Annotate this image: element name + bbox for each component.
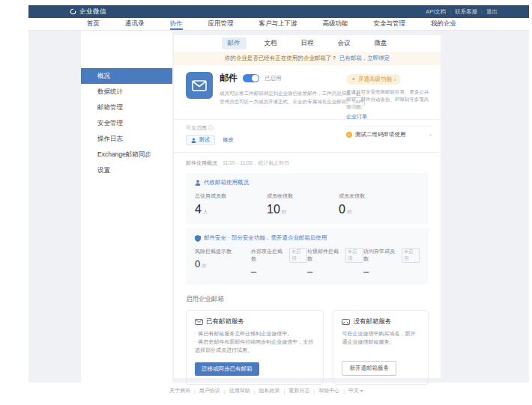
sidebar-item-statistics[interactable]: 数据统计 <box>81 84 172 100</box>
stat-mails-received: 成员收信数 10封 <box>267 192 339 216</box>
tab-docs[interactable]: 文档 <box>259 37 283 49</box>
info-icon: ⓘ <box>208 124 214 132</box>
nav-item-contacts[interactable]: 通讯录 <box>125 18 145 30</box>
stat-risk-alerts: 风险拦截提示数 0次 <box>195 248 251 277</box>
divider: | <box>284 389 285 394</box>
person-icon <box>195 180 201 186</box>
footer: 关于腾讯 | 用户协议 | 使用帮助 | 隐私政策 | 更新日志 | 帮助中心 … <box>0 387 532 395</box>
nav-item-collaboration[interactable]: 协作 <box>170 18 183 30</box>
envelope-icon <box>195 319 203 325</box>
premium-promo: ✦ 开通高级功能 › 开通后可享受无限邮箱容量、更多公共邮箱、邮件自动备份、IP… <box>346 70 432 138</box>
box-description: 可在企业微信中购买域名，新开通企业微信邮箱服务。 <box>342 330 420 347</box>
notice-bind-link[interactable]: 已有邮箱，立即绑定 <box>339 55 390 62</box>
sidebar: 概况 数据统计 邮箱管理 安全管理 操作日志 Exchange邮箱同步 设置 <box>81 31 172 383</box>
footer-link-help[interactable]: 使用帮助 <box>229 387 250 395</box>
stat-external-attacks: 外部攻击拦截数未启用 – <box>251 248 307 277</box>
tab-wedrive[interactable]: 微盘 <box>369 37 393 49</box>
topbar: 企业微信 API文档 | 联系客服 | 退出 <box>28 5 529 18</box>
sidebar-item-security-management[interactable]: 安全管理 <box>81 115 172 131</box>
topbar-link-logout[interactable]: 退出 <box>486 8 498 16</box>
chevron-right-icon: › <box>394 76 396 83</box>
delegated-mailbox-usage-card: 代收邮箱使用概况 总使用成员数 4人 成员收信数 10封 成员发信数 0封 <box>186 173 429 224</box>
main-card: 邮件 文档 日程 会议 微盘 你的企业是否已经有正在使用的企业邮箱了？ 已有邮箱… <box>174 35 441 378</box>
nav-item-my-company[interactable]: 我的企业 <box>431 18 456 30</box>
tab-meeting[interactable]: 会议 <box>332 37 357 49</box>
stat-total-members: 总使用成员数 4人 <box>195 192 267 216</box>
language-selector[interactable]: 中文 ▾ <box>348 387 363 395</box>
box-description: 将已有邮箱服务立即迁移到企业微信中。 将历史邮件和新邮件持续同步到企业微信中，支… <box>195 330 315 355</box>
divider: | <box>254 389 256 394</box>
enable-mailbox-section: 启用企业邮箱 已有邮箱服务 将已有邮箱服务立即迁移到企业微信中。 将历 <box>174 284 441 385</box>
existing-mailbox-box: 已有邮箱服务 将已有邮箱服务立即迁移到企业微信中。 将历史邮件和新邮件持续同步到… <box>186 310 324 385</box>
brand-logo-icon <box>70 8 76 15</box>
divider: | <box>194 389 196 394</box>
topbar-links: API文档 | 联系客服 | 退出 <box>426 8 498 16</box>
box-title: 已有邮箱服务 <box>206 317 244 326</box>
nav-item-security[interactable]: 安全与管理 <box>374 18 406 30</box>
content-area: 概况 数据统计 邮箱管理 安全管理 操作日志 Exchange邮箱同步 设置 邮… <box>28 31 529 383</box>
nav-item-apps[interactable]: 应用管理 <box>208 18 234 30</box>
migrate-mailbox-button[interactable]: 迁移或同步已有邮箱 <box>195 362 259 376</box>
mail-enabled-toggle[interactable] <box>243 74 259 82</box>
nav-item-advanced[interactable]: 高级功能 <box>323 18 348 30</box>
card-title: 代收邮箱使用概况 <box>204 179 249 186</box>
stat-abnormal-members: 访问异常成员数未启用 – <box>363 248 420 277</box>
visibility-chip: 测试 <box>186 135 215 145</box>
toggle-status-label: 已启用 <box>265 75 282 82</box>
caret-down-icon: ▾ <box>360 389 363 393</box>
usage-period: 邮件使用概况 11/20 - 11/26，统计截止昨日 <box>174 153 441 168</box>
footer-link-privacy[interactable]: 隐私政策 <box>259 387 280 395</box>
new-mailbox-button[interactable]: 新开通邮箱服务 <box>342 361 396 376</box>
sidebar-item-overview[interactable]: 概况 <box>81 68 172 84</box>
sidebar-item-mailbox-management[interactable]: 邮箱管理 <box>81 100 172 115</box>
brand: 企业微信 <box>70 7 106 16</box>
stat-mails-sent: 成员发信数 0封 <box>339 192 411 216</box>
nav-item-customers[interactable]: 客户与上下游 <box>259 18 297 30</box>
edit-visibility-link[interactable]: 修改 <box>223 136 234 144</box>
mail-overview: 邮件 已启用 成员可以将工作邮箱绑定到企业微信收发邮件，工作消息归集一处； 管理… <box>174 65 441 119</box>
divider: | <box>450 9 451 14</box>
footer-link-changelog[interactable]: 更新日志 <box>288 387 309 395</box>
sidebar-item-settings[interactable]: 设置 <box>81 162 172 178</box>
visibility-label: 可见范围 <box>186 124 207 132</box>
topbar-link-contact[interactable]: 联系客服 <box>455 8 477 16</box>
page: 企业微信 API文档 | 联系客服 | 退出 首页 通讯录 协作 应用管理 客户… <box>0 0 532 405</box>
envelope-icon <box>342 319 350 325</box>
chevron-right-icon: › <box>429 132 432 138</box>
divider: | <box>313 389 315 394</box>
nav-item-home[interactable]: 首页 <box>87 18 100 30</box>
tab-mail[interactable]: 邮件 <box>222 37 247 49</box>
qrcode-apply-row[interactable]: ▪ 测试二维码申请使用 › <box>346 131 432 138</box>
divider: | <box>224 389 226 394</box>
notice-text: 你的企业是否已经有正在使用的企业邮箱了？ <box>225 55 337 62</box>
enterprise-order-link[interactable]: 企业订单 <box>346 113 432 121</box>
status-badge: 未启用 <box>345 248 363 263</box>
no-mailbox-box: 没有邮箱服务 可在企业微信中购买域名，新开通企业微信邮箱服务。 新开通邮箱服务 <box>333 310 429 385</box>
topbar-link-api-docs[interactable]: API文档 <box>426 8 446 16</box>
tab-calendar[interactable]: 日程 <box>295 37 320 49</box>
usage-period-dates: 11/20 - 11/26，统计截止昨日 <box>223 160 289 165</box>
usage-period-label: 邮件使用概况 <box>186 160 217 165</box>
section-title: 启用企业邮箱 <box>186 295 429 304</box>
upgrade-premium-button[interactable]: ✦ 开通高级功能 › <box>346 74 401 85</box>
mail-security-card: 邮件安全 · 部分安全功能，需开通企业邮箱后使用 风险拦截提示数 0次 外部攻击… <box>186 228 429 284</box>
footer-link-support[interactable]: 帮助中心 <box>318 387 339 395</box>
sidebar-item-operation-logs[interactable]: 操作日志 <box>81 131 172 147</box>
footer-link-about[interactable]: 关于腾讯 <box>169 387 190 395</box>
shield-icon <box>195 235 201 242</box>
sparkle-icon: ✦ <box>351 76 356 82</box>
card-title: 邮件安全 · 部分安全功能，需开通企业邮箱后使用 <box>204 234 327 242</box>
person-icon <box>191 138 196 143</box>
stat-spam-blocked: 垃圾邮件拦截数未启用 – <box>307 248 363 277</box>
mail-description: 成员可以将工作邮箱绑定到企业微信收发邮件，工作消息归集一处； 管理员也可统一为成… <box>220 89 366 106</box>
main-nav: 首页 通讯录 协作 应用管理 客户与上下游 高级功能 安全与管理 我的企业 <box>28 18 529 31</box>
brand-name: 企业微信 <box>79 7 106 16</box>
divider: | <box>481 9 483 14</box>
footer-link-terms[interactable]: 用户协议 <box>199 387 220 395</box>
status-badge: 未启用 <box>289 248 307 263</box>
notice-bar: 你的企业是否已经有正在使用的企业邮箱了？ 已有邮箱，立即绑定 <box>174 52 441 65</box>
divider: | <box>343 389 345 394</box>
sidebar-item-exchange-sync[interactable]: Exchange邮箱同步 <box>81 147 172 162</box>
status-badge: 未启用 <box>402 248 420 263</box>
premium-description: 开通后可享受无限邮箱容量、更多公共邮箱、邮件自动备份、IP限制等多项高级功能。 <box>346 88 432 111</box>
